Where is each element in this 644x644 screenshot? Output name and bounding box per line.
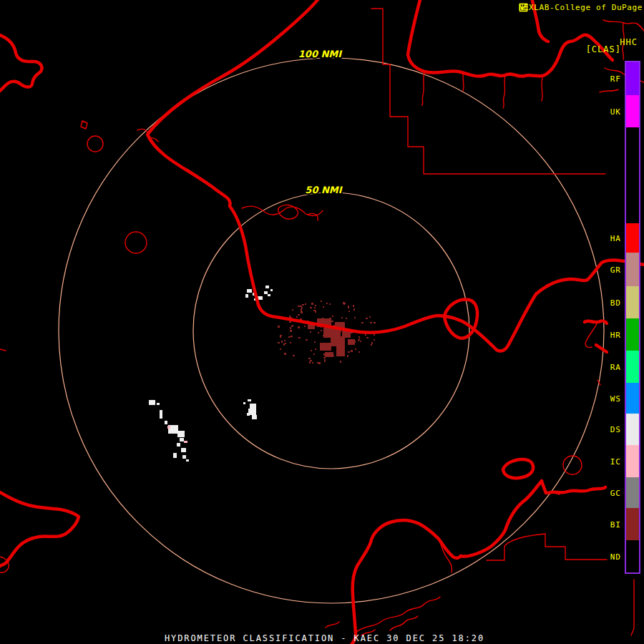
rightmid-river-thin	[585, 324, 600, 385]
legend-seg-HA	[626, 223, 639, 253]
cape-bottomleft	[0, 492, 79, 566]
island-bottomright	[503, 459, 533, 478]
coastline-main	[147, 0, 644, 351]
legend-label-RA: RA	[610, 362, 621, 371]
lagoon-outline	[351, 520, 461, 644]
county-boundary-steps-top	[371, 9, 605, 174]
legend-seg-WS	[626, 383, 639, 414]
legend-label-DS: DS	[610, 425, 621, 434]
landmass-topleft	[0, 35, 42, 91]
legend-label-WS: WS	[610, 394, 621, 403]
legend-seg-RF	[626, 62, 639, 95]
bay-inlets-thin	[422, 72, 542, 108]
legend-bar	[625, 61, 640, 574]
legend-label-RF: RF	[610, 74, 621, 84]
islet-bottomleft-thin	[0, 349, 9, 572]
bay-loop-rightmid	[444, 299, 477, 338]
coastline-bottomright-diagonal	[461, 481, 605, 557]
product-code-label: HHC	[620, 37, 638, 47]
legend-seg-RA	[626, 351, 639, 383]
legend-label-ND: ND	[610, 552, 621, 561]
brand-row: NEXLAB-College of DuPage	[519, 3, 643, 12]
legend-seg-BI	[626, 508, 639, 540]
legend-label-GC: GC	[610, 488, 621, 497]
legend-seg-gap	[626, 127, 639, 223]
range-label-100nmi: 100 NMI	[298, 49, 343, 59]
legend-label-HR: HR	[610, 330, 621, 339]
islet-detail	[81, 121, 87, 129]
legend-seg-BD	[626, 286, 639, 318]
map-circle-small	[87, 136, 103, 152]
legend-seg-GC	[626, 477, 639, 508]
legend-label-UK: UK	[610, 107, 621, 116]
legend-label-GR: GR	[610, 265, 621, 274]
brand-text: NEXLAB-College of DuPage	[519, 3, 643, 12]
legend-seg-HR	[626, 318, 639, 351]
radar-display: 100 NMI 50 NMI NEXLAB-College of DuPage …	[0, 0, 644, 644]
legend-seg-UK	[626, 95, 639, 127]
county-boundary-steps-bottomright	[487, 534, 634, 635]
radar-map: 100 NMI 50 NMI	[0, 0, 644, 644]
legend-seg-GR	[626, 253, 639, 286]
legend-label-BD: BD	[610, 298, 621, 307]
product-caption: HYDROMETEOR CLASSIFICATION - KAEC 30 DEC…	[165, 633, 484, 643]
legend-seg-DS	[626, 414, 639, 445]
external-link-icon	[519, 3, 528, 12]
map-circle-left	[125, 232, 147, 253]
legend-label-BI: BI	[610, 519, 621, 529]
classification-tag: [CLAS]	[586, 44, 621, 54]
range-label-50nmi: 50 NMI	[305, 185, 343, 195]
legend-label-IC: IC	[610, 457, 621, 466]
legend-seg-ND	[626, 540, 639, 572]
legend-label-HA: HA	[610, 233, 621, 243]
legend-seg-IC	[626, 445, 639, 477]
range-ring-labels: 100 NMI 50 NMI	[298, 49, 343, 195]
